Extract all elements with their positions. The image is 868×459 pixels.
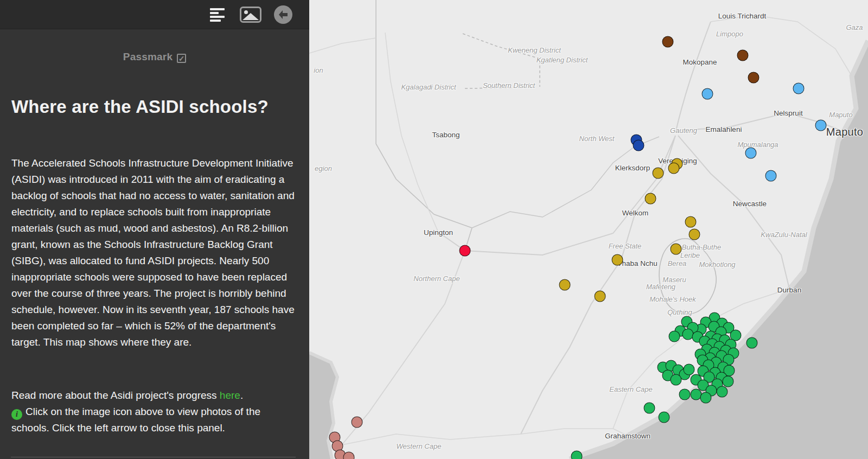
map-label-region: Gauteng (670, 126, 697, 135)
text-view-button[interactable] (206, 5, 228, 24)
info-text: Click on the image icon above to view ph… (11, 406, 260, 433)
image-icon (240, 7, 261, 23)
info-icon: i (11, 409, 22, 420)
schools-yellow-dot[interactable] (689, 229, 700, 240)
map-label-town: Tsabong (432, 131, 459, 139)
schools-green-dot[interactable] (669, 331, 680, 342)
map-label-region: Eastern Cape (609, 385, 653, 393)
panel-toolbar (0, 0, 309, 29)
map-label-region: Kgalagadi District (401, 83, 456, 91)
schools-light-blue-dot[interactable] (765, 170, 777, 182)
schools-pink-dot[interactable] (352, 417, 363, 428)
schools-green-dot[interactable] (571, 451, 583, 459)
map-label-region: Limpopo (716, 30, 743, 38)
map-label-region: egion (315, 164, 332, 173)
map-label-region: Mohale's Hoek (649, 295, 696, 303)
map-label-town: Welkom (622, 209, 649, 217)
map-label-region: North West (579, 135, 615, 143)
map-label-region: Southern District (483, 81, 535, 90)
schools-brown-dot[interactable] (737, 50, 749, 61)
schools-yellow-dot[interactable] (668, 163, 680, 174)
map-label-town: Mokopane (682, 58, 717, 66)
map-label-region: Mokhotlong (699, 260, 735, 269)
passmark-control: Passmark✓ (0, 51, 309, 63)
back-arrow-icon (274, 5, 292, 24)
page-title: Where are the ASIDI schools? (11, 95, 288, 118)
map-label-town: Klerksdorp (615, 164, 650, 172)
map-canvas[interactable]: Louis TrichardtMokopaneTsabongNelspruitE… (309, 0, 868, 459)
schools-green-dot[interactable] (679, 389, 691, 400)
schools-green-dot[interactable] (746, 337, 758, 349)
image-view-button[interactable] (240, 5, 261, 24)
schools-dark-blue-dot[interactable] (633, 140, 644, 151)
map-label-town: Durban (777, 286, 801, 294)
schools-light-blue-dot[interactable] (702, 88, 713, 100)
schools-green-dot[interactable] (717, 386, 728, 398)
map-label-town: Nelspruit (774, 109, 802, 117)
schools-green-dot[interactable] (644, 403, 655, 414)
map-label-region: ion (314, 66, 323, 74)
passmark-checkbox[interactable]: ✓ (177, 54, 186, 63)
schools-green-dot[interactable] (700, 392, 712, 404)
schools-brown-dot[interactable] (748, 72, 760, 84)
read-more-paragraph: Read more about the Asidi project's prog… (11, 387, 300, 404)
schools-pink-dot[interactable] (343, 452, 355, 459)
map-label-town: Upington (424, 228, 453, 237)
map-label-town: Newcastle (733, 200, 767, 208)
schools-yellow-dot[interactable] (671, 244, 682, 255)
map-label-town: Grahamstown (605, 432, 650, 440)
map-label-region: Kweneng District (508, 46, 561, 54)
map-base-layer (309, 0, 868, 459)
map-label-region: Mafeteng (646, 283, 675, 291)
schools-yellow-dot[interactable] (595, 291, 606, 302)
info-paragraph: iClick on the image icon above to view p… (11, 404, 300, 436)
map-label-region: Free State (609, 242, 642, 250)
schools-green-dot[interactable] (684, 364, 695, 375)
story-panel: Passmark✓ Where are the ASIDI schools? T… (0, 0, 309, 459)
schools-yellow-dot[interactable] (645, 193, 656, 205)
schools-brown-dot[interactable] (662, 36, 674, 48)
map-label-region: Gaza (846, 23, 863, 31)
map-label-town: Emalahleni (706, 125, 742, 133)
schools-red-dot[interactable] (459, 245, 471, 257)
schools-light-blue-dot[interactable] (745, 148, 757, 159)
text-align-icon (210, 8, 225, 22)
schools-yellow-dot[interactable] (685, 216, 697, 228)
map-label-town: Thaba Nchu (617, 259, 658, 267)
schools-yellow-dot[interactable] (653, 168, 664, 179)
schools-yellow-dot[interactable] (559, 279, 571, 291)
map-label-region: Berea (668, 259, 687, 267)
schools-green-dot[interactable] (659, 412, 670, 423)
read-more-text: Read more about the Asidi project's prog… (11, 390, 220, 401)
schools-green-dot[interactable] (671, 374, 682, 386)
map-label-region: KwaZulu-Natal (761, 231, 807, 239)
read-more-period: . (240, 390, 243, 401)
map-label-region: Leribe (680, 251, 700, 259)
map-label-region: Butha-Buthe (682, 243, 721, 251)
map-label-town: Louis Trichardt (718, 12, 767, 20)
close-panel-button[interactable] (272, 5, 294, 24)
schools-light-blue-dot[interactable] (793, 83, 805, 94)
read-more-link[interactable]: here (220, 390, 240, 401)
map-label-region: Kgatleng District (537, 56, 588, 64)
map-label-region: Quthing (667, 308, 692, 316)
map-label-region: Maputo (829, 111, 852, 119)
schools-green-dot[interactable] (723, 376, 734, 387)
map-label-region: Northern Cape (413, 275, 459, 283)
schools-light-blue-dot[interactable] (815, 120, 827, 131)
map-label-region: Western Cape (397, 442, 442, 450)
intro-paragraph: The Accelerated Schools Infrastructure D… (11, 155, 300, 350)
schools-yellow-dot[interactable] (612, 254, 623, 266)
map-label-region: Mpumalanga (737, 141, 778, 149)
panel-divider (11, 457, 296, 457)
map-label-town: Maputo (826, 126, 864, 138)
passmark-label: Passmark (123, 51, 173, 62)
